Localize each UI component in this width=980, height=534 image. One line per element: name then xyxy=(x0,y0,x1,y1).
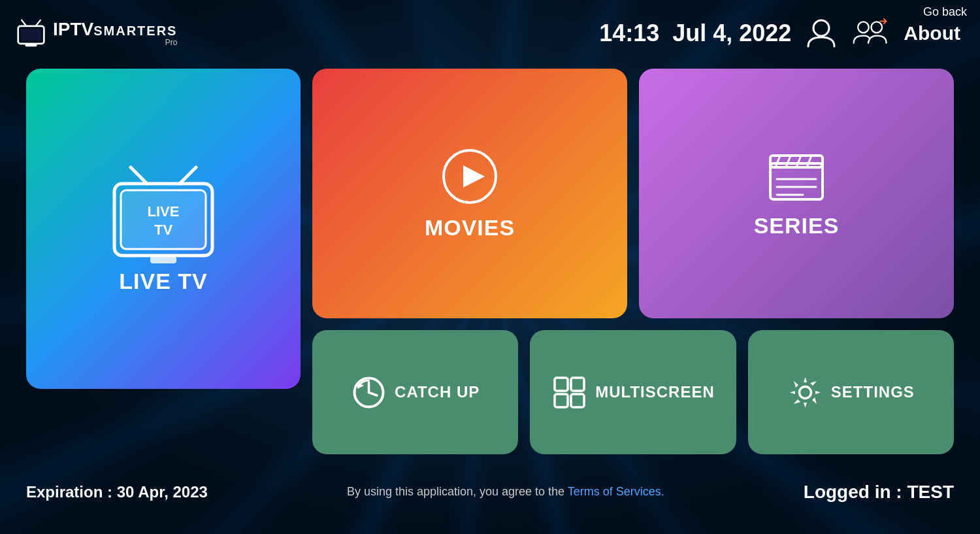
svg-rect-31 xyxy=(571,378,584,391)
svg-line-22 xyxy=(807,156,811,167)
logged-in-text: Logged in : TEST xyxy=(804,482,954,503)
svg-line-9 xyxy=(180,167,196,184)
app-name-text: IPTV SMARTERS Pro xyxy=(53,20,177,46)
app-logo: IPTV SMARTERS Pro xyxy=(13,19,177,48)
svg-rect-3 xyxy=(25,43,37,46)
expiry-text: Expiration : 30 Apr, 2023 xyxy=(26,483,208,501)
catch-up-icon xyxy=(351,375,387,410)
live-tv-icon: LIVE TV xyxy=(98,164,229,269)
svg-line-28 xyxy=(369,392,378,395)
movies-card[interactable]: MOVIES xyxy=(312,69,627,318)
svg-text:LIVE: LIVE xyxy=(148,203,180,220)
clapperboard-icon xyxy=(767,149,826,204)
svg-line-19 xyxy=(776,156,780,167)
logo-pro: Pro xyxy=(53,39,177,46)
header-date: Jul 4, 2022 xyxy=(672,20,791,47)
settings-label: SETTINGS xyxy=(831,383,915,401)
live-tv-label: LIVE TV xyxy=(119,269,207,294)
svg-text:TV: TV xyxy=(154,222,172,238)
right-column: MOVIES xyxy=(312,69,954,454)
svg-line-21 xyxy=(796,156,801,167)
svg-point-34 xyxy=(799,386,811,398)
multiscreen-label: MULTISCREEN xyxy=(595,383,715,401)
svg-rect-4 xyxy=(21,29,41,41)
settings-card[interactable]: SETTINGS xyxy=(748,330,954,454)
terms-link[interactable]: Terms of Services. xyxy=(568,485,664,498)
play-circle-icon xyxy=(440,147,499,206)
svg-point-6 xyxy=(858,22,870,33)
series-label: SERIES xyxy=(754,213,840,239)
header-right: 14:13 Jul 4, 2022 About xyxy=(599,16,960,50)
catch-up-card[interactable]: CATCH UP xyxy=(312,330,518,454)
footer: Expiration : 30 Apr, 2023 By using this … xyxy=(0,464,980,520)
multiscreen-card[interactable]: MULTISCREEN xyxy=(530,330,736,454)
live-tv-card[interactable]: LIVE TV LIVE TV xyxy=(26,69,301,389)
svg-point-5 xyxy=(813,20,829,36)
logo-iptv: IPTV xyxy=(53,20,93,39)
svg-marker-16 xyxy=(463,165,485,188)
about-button[interactable]: About xyxy=(904,22,960,44)
tv-logo-icon xyxy=(13,19,49,48)
logo-smarters: SMARTERS xyxy=(93,24,177,37)
svg-rect-11 xyxy=(121,190,206,249)
terms-text: By using this application, you agree to … xyxy=(347,485,664,499)
svg-point-7 xyxy=(872,22,883,33)
svg-rect-14 xyxy=(150,256,176,263)
svg-rect-30 xyxy=(555,378,568,391)
main-content: LIVE TV LIVE TV MOVIES xyxy=(0,59,980,464)
catch-up-label: CATCH UP xyxy=(395,383,480,401)
svg-line-20 xyxy=(786,156,791,167)
top-right-row: MOVIES xyxy=(312,69,954,318)
bottom-right-row: CATCH UP MULTISCREEN xyxy=(312,330,954,454)
series-card[interactable]: SERIES xyxy=(639,69,954,318)
multiscreen-icon xyxy=(551,375,587,410)
movies-label: MOVIES xyxy=(425,215,515,241)
user-profile-icon[interactable] xyxy=(804,16,838,50)
svg-rect-32 xyxy=(555,394,568,407)
svg-line-8 xyxy=(131,167,147,184)
header: IPTV SMARTERS Pro 14:13 Jul 4, 2022 Abou… xyxy=(0,0,980,59)
header-time: 14:13 xyxy=(599,20,659,47)
switch-user-icon[interactable] xyxy=(851,16,890,50)
svg-rect-33 xyxy=(571,394,584,407)
settings-icon xyxy=(787,375,823,410)
